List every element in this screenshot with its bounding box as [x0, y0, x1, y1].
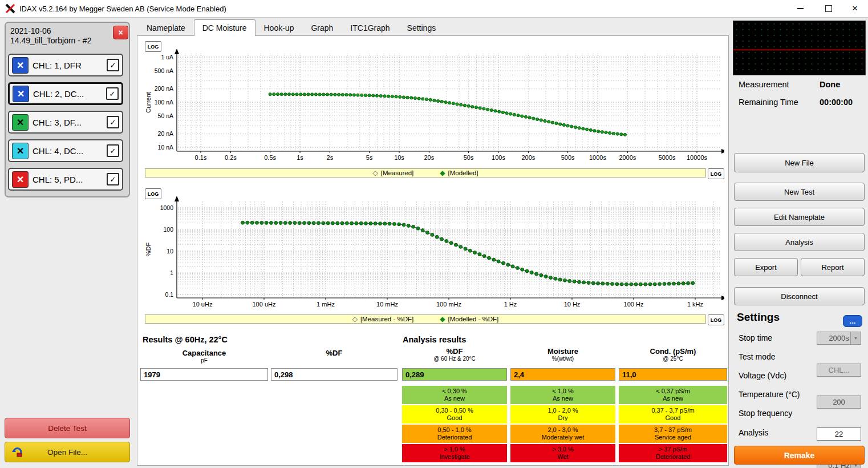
svg-text:200s: 200s	[521, 154, 535, 161]
svg-text:200 nA: 200 nA	[155, 85, 173, 92]
capacitance-header: Capacitance pF	[140, 349, 268, 364]
channel-item-5[interactable]: × CHL: 5, PD... ✓	[8, 168, 123, 191]
grid-cell: < 0,30 %As new	[402, 386, 507, 404]
modelled-df-symbol-icon: ◆	[440, 315, 445, 323]
new-file-button[interactable]: New File	[734, 153, 865, 172]
delete-test-label: Delete Test	[48, 424, 86, 433]
channel-x-glyph: ×	[17, 59, 24, 72]
channel-1-label: CHL: 1, DFR	[33, 60, 103, 70]
df-vs-frequency-chart: 10 uHz100 uHz1 mHz10 mHz100 mHz1 Hz10 Hz…	[143, 196, 724, 314]
svg-text:10 uHz: 10 uHz	[193, 301, 213, 308]
settings-more-button[interactable]: ...	[843, 315, 862, 327]
channel-5-icon: ×	[12, 171, 29, 188]
test-mode-button[interactable]: CHL...	[817, 364, 861, 377]
svg-text:0.1s: 0.1s	[195, 154, 207, 161]
measurement-status-row: Measurement Done	[739, 80, 863, 89]
measurement-label: Measurement	[739, 80, 820, 89]
channel-3-checkbox[interactable]: ✓	[107, 116, 119, 128]
open-file-button[interactable]: Open File...	[5, 442, 130, 462]
channel-1-checkbox[interactable]: ✓	[107, 59, 119, 71]
channel-3-label: CHL: 3, DF...	[33, 118, 103, 127]
window-title: IDAX v5.2.164 by Megger Sweden AB (Servi…	[19, 5, 226, 13]
svg-text:Current: Current	[145, 92, 152, 113]
analysis-button[interactable]: Analysis	[734, 233, 865, 251]
new-test-button[interactable]: New Test	[734, 183, 865, 201]
edit-nameplate-button[interactable]: Edit Nameplate	[734, 208, 865, 226]
tab-graph[interactable]: Graph	[302, 20, 342, 36]
measurement-preview-chart	[733, 21, 866, 75]
channel-5-checkbox[interactable]: ✓	[107, 173, 119, 185]
legend-measured-df-label: [Measured - %DF]	[360, 316, 413, 322]
df-header: %DF	[271, 349, 398, 357]
channel-x-glyph: ×	[18, 87, 25, 100]
channel-item-3[interactable]: × CHL: 3, DF... ✓	[8, 111, 123, 134]
tab-dc-moisture[interactable]: DC Moisture	[194, 19, 255, 36]
legend-modelled-df-label: [Modelled - %DF]	[448, 316, 498, 322]
capacitance-value: 1979	[140, 368, 268, 381]
svg-text:100 nA: 100 nA	[155, 99, 173, 106]
svg-text:1 kHz: 1 kHz	[687, 301, 703, 308]
log-scale-button-bottom-left[interactable]: LOG	[145, 188, 161, 199]
minimize-button[interactable]	[787, 0, 813, 17]
close-test-button[interactable]: ×	[113, 26, 128, 39]
df-chart-legend: ◇[Measured - %DF] ◆[Modelled - %DF]	[145, 314, 706, 324]
stop-time-select[interactable]: 2000s ▼	[817, 332, 861, 345]
remaining-time-row: Remaining Time 00:00:00	[739, 98, 863, 107]
check-icon: ✓	[110, 61, 116, 70]
tab-itc1graph[interactable]: ITC1Graph	[342, 20, 398, 36]
svg-text:0.2s: 0.2s	[225, 154, 237, 161]
log-scale-button-top-left[interactable]: LOG	[145, 41, 161, 52]
svg-text:100 Hz: 100 Hz	[624, 301, 644, 308]
svg-text:20s: 20s	[424, 154, 435, 161]
report-button[interactable]: Report	[801, 258, 865, 276]
grid-cell: < 0,37 pS/mAs new	[619, 386, 727, 404]
app-logo-icon	[5, 3, 15, 14]
grid-cell: 0,30 - 0,50 %Good	[402, 405, 507, 423]
log-scale-button-bottom-right[interactable]: LOG	[708, 314, 724, 325]
temperature-field[interactable]	[817, 427, 861, 441]
channel-5-label: CHL: 5, PD...	[33, 175, 103, 184]
df-value: 0,298	[271, 368, 398, 381]
channel-item-1[interactable]: × CHL: 1, DFR ✓	[8, 54, 123, 76]
svg-text:10s: 10s	[394, 154, 404, 161]
measurement-status: Done	[820, 80, 840, 89]
channel-item-4[interactable]: × CHL: 4, DC... ✓	[8, 139, 123, 162]
tab-nameplate[interactable]: Nameplate	[138, 20, 194, 36]
channel-2-icon: ×	[13, 86, 29, 102]
channel-2-label: CHL: 2, DC...	[33, 89, 102, 99]
channel-item-2[interactable]: × CHL: 2, DC... ✓	[8, 82, 123, 105]
export-button[interactable]: Export	[734, 258, 798, 276]
tab-settings[interactable]: Settings	[399, 20, 445, 36]
svg-text:50s: 50s	[464, 154, 474, 161]
check-icon: ✓	[110, 175, 116, 184]
svg-text:500 nA: 500 nA	[155, 67, 173, 74]
tab-hook-up[interactable]: Hook-up	[255, 20, 303, 36]
svg-text:1 mHz: 1 mHz	[317, 301, 335, 308]
maximize-button[interactable]	[816, 0, 842, 17]
channel-x-glyph: ×	[17, 144, 24, 158]
analysis-cond-value: 11,0	[619, 368, 727, 381]
legend-measured-label: [Measured]	[381, 170, 414, 176]
log-scale-button-top-right[interactable]: LOG	[708, 168, 724, 179]
svg-text:1000s: 1000s	[589, 154, 606, 161]
svg-text:10000s: 10000s	[687, 154, 708, 161]
analysis-col-moisture-header: Moisture %(wt/wt)	[510, 347, 615, 362]
delete-test-button[interactable]: Delete Test	[5, 418, 130, 438]
close-button[interactable]: ×	[842, 0, 868, 17]
channel-4-checkbox[interactable]: ✓	[107, 144, 119, 157]
svg-text:1 Hz: 1 Hz	[504, 301, 517, 308]
check-icon: ✓	[110, 118, 116, 127]
test-mode-label: Test mode	[739, 352, 776, 361]
disconnect-button[interactable]: Disconnect	[734, 287, 865, 305]
analysis-title: Analysis results	[403, 335, 466, 344]
remake-button[interactable]: Remake	[734, 446, 865, 465]
svg-text:1: 1	[170, 269, 173, 276]
svg-text:500s: 500s	[561, 154, 575, 161]
channel-2-checkbox[interactable]: ✓	[106, 87, 119, 100]
title-bar: IDAX v5.2.164 by Megger Sweden AB (Servi…	[0, 0, 868, 18]
open-file-icon	[12, 447, 23, 458]
maximize-icon	[825, 5, 832, 12]
test-date: 2021-10-06	[10, 26, 91, 36]
voltage-field[interactable]: 200	[817, 396, 861, 409]
svg-text:0.1: 0.1	[165, 291, 173, 298]
